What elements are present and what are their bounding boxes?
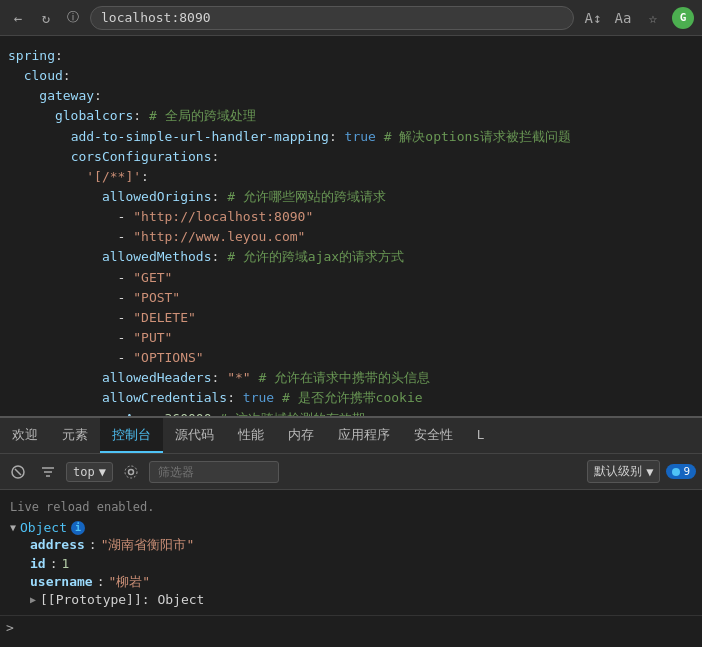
prop-username-colon: : [97, 574, 105, 589]
tab-welcome[interactable]: 欢迎 [0, 418, 50, 453]
browser-chrome: ← ↻ ⓘ localhost:8090 A↕ Аа ☆ G [0, 0, 702, 36]
context-selector[interactable]: top ▼ [66, 462, 113, 482]
back-button[interactable]: ← [8, 8, 28, 28]
prop-username-value: "柳岩" [108, 573, 150, 591]
tab-performance-label: 性能 [238, 426, 264, 444]
badge-count: 9 [683, 465, 690, 478]
prototype-line[interactable]: ▶ [[Prototype]]: Object [30, 592, 692, 607]
object-properties: address : "湖南省衡阳市" id : 1 username : "柳岩… [10, 535, 692, 607]
prompt-arrow-icon: > [6, 620, 14, 635]
text-size-button[interactable]: A↕ [582, 7, 604, 29]
log-level-dropdown-icon: ▼ [646, 465, 653, 479]
svg-line-1 [15, 469, 21, 475]
object-tree: ▼ Object i address : "湖南省衡阳市" id : 1 use… [10, 518, 692, 609]
prototype-triangle: ▶ [30, 594, 36, 605]
code-line-16: - "OPTIONS" [8, 348, 694, 368]
devtools-tabs: 欢迎 元素 控制台 源代码 性能 内存 应用程序 安全性 L [0, 418, 702, 454]
code-line-5: add-to-simple-url-handler-mapping: true … [8, 127, 694, 147]
devtools-panel: 欢迎 元素 控制台 源代码 性能 内存 应用程序 安全性 L [0, 416, 702, 639]
prop-id-colon: : [50, 556, 58, 571]
code-line-15: - "PUT" [8, 328, 694, 348]
code-line-14: - "DELETE" [8, 308, 694, 328]
filter-input[interactable] [149, 461, 279, 483]
prop-address-colon: : [89, 537, 97, 552]
url-bar[interactable]: localhost:8090 [90, 6, 574, 30]
tab-extra-label: L [477, 427, 484, 442]
prototype-label: [[Prototype]]: Object [40, 592, 204, 607]
context-label: top [73, 465, 95, 479]
tab-elements[interactable]: 元素 [50, 418, 100, 453]
code-line-8: allowedOrigins: # 允许哪些网站的跨域请求 [8, 187, 694, 207]
object-info-badge: i [71, 521, 85, 535]
code-line-1: spring: [8, 46, 694, 66]
code-line-4: globalcors: # 全局的跨域处理 [8, 106, 694, 126]
url-text: localhost:8090 [101, 10, 211, 25]
prop-address-value: "湖南省衡阳市" [101, 536, 195, 554]
browser-actions: A↕ Аа ☆ G [582, 7, 694, 29]
code-line-10: - "http://www.leyou.com" [8, 227, 694, 247]
tab-security-label: 安全性 [414, 426, 453, 444]
tab-sources-label: 源代码 [175, 426, 214, 444]
code-line-3: gateway: [8, 86, 694, 106]
devtools-toolbar: top ▼ 默认级别 ▼ 9 [0, 454, 702, 490]
code-line-17: allowedHeaders: "*" # 允许在请求中携带的头信息 [8, 368, 694, 388]
tab-security[interactable]: 安全性 [402, 418, 465, 453]
clear-console-button[interactable] [6, 460, 30, 484]
tab-application[interactable]: 应用程序 [326, 418, 402, 453]
code-line-18: allowCredentials: true # 是否允许携带cookie [8, 388, 694, 408]
expand-triangle: ▼ [10, 522, 16, 533]
log-level-label: 默认级别 [594, 463, 642, 480]
reader-button[interactable]: Аа [612, 7, 634, 29]
prop-id-value: 1 [61, 556, 69, 571]
prop-address: address : "湖南省衡阳市" [30, 535, 692, 555]
extension-icon[interactable]: G [672, 7, 694, 29]
context-dropdown-icon: ▼ [99, 465, 106, 479]
tab-elements-label: 元素 [62, 426, 88, 444]
code-line-9: - "http://localhost:8090" [8, 207, 694, 227]
code-line-6: corsConfigurations: [8, 147, 694, 167]
code-line-19: maxAge: 360000 # 这次跨域检测的有效期 [8, 409, 694, 416]
log-level-selector[interactable]: 默认级别 ▼ [587, 460, 660, 483]
code-area: spring: cloud: gateway: globalcors: # 全局… [0, 36, 702, 416]
prop-id-key: id [30, 556, 46, 571]
tab-welcome-label: 欢迎 [12, 426, 38, 444]
code-line-11: allowedMethods: # 允许的跨域ajax的请求方式 [8, 247, 694, 267]
code-line-12: - "GET" [8, 268, 694, 288]
prop-username: username : "柳岩" [30, 572, 692, 592]
prop-username-key: username [30, 574, 93, 589]
prop-id: id : 1 [30, 555, 692, 572]
svg-point-5 [128, 469, 133, 474]
console-prompt[interactable]: > [0, 615, 702, 639]
tab-extra[interactable]: L [465, 418, 496, 453]
settings-button[interactable] [119, 460, 143, 484]
tab-console-label: 控制台 [112, 426, 151, 444]
code-line-2: cloud: [8, 66, 694, 86]
code-line-7: '[/**]': [8, 167, 694, 187]
prop-address-key: address [30, 537, 85, 552]
tab-memory-label: 内存 [288, 426, 314, 444]
tab-sources[interactable]: 源代码 [163, 418, 226, 453]
bookmark-button[interactable]: ☆ [642, 7, 664, 29]
code-line-13: - "POST" [8, 288, 694, 308]
object-header[interactable]: ▼ Object i [10, 520, 692, 535]
tab-application-label: 应用程序 [338, 426, 390, 444]
tab-performance[interactable]: 性能 [226, 418, 276, 453]
security-icon: ⓘ [64, 9, 82, 27]
object-label: Object [20, 520, 67, 535]
console-output: Live reload enabled. ▼ Object i address … [0, 490, 702, 615]
tab-memory[interactable]: 内存 [276, 418, 326, 453]
error-badge[interactable]: 9 [666, 464, 696, 479]
tab-console[interactable]: 控制台 [100, 418, 163, 453]
filter-toggle-button[interactable] [36, 460, 60, 484]
live-reload-message: Live reload enabled. [10, 496, 692, 518]
badge-dot [672, 468, 680, 476]
reload-button[interactable]: ↻ [36, 8, 56, 28]
svg-point-6 [125, 466, 137, 478]
